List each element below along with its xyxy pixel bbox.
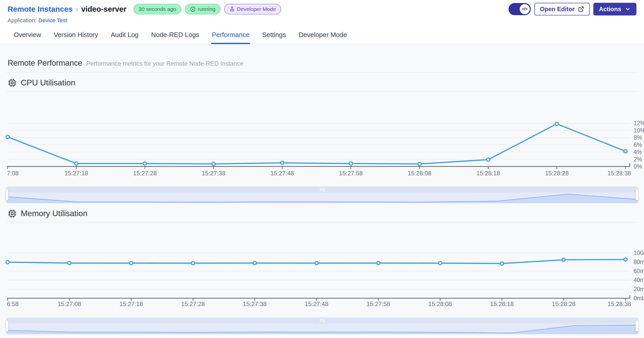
cpu-section-label: CPU Utilisation	[21, 78, 75, 87]
brush-grip[interactable]	[320, 188, 324, 191]
svg-text:15:28:28: 15:28:28	[552, 301, 575, 307]
brush-handle-left[interactable]	[5, 320, 9, 332]
cpu-chip-icon	[8, 78, 17, 87]
svg-text:15:27:58: 15:27:58	[366, 301, 390, 307]
page-title: Remote Performance	[8, 59, 82, 68]
brush-grip[interactable]	[320, 319, 324, 322]
svg-text:80mb: 80mb	[634, 259, 644, 265]
page-subtitle: Performance metrics for your Remote Node…	[86, 60, 243, 67]
svg-text:0mb: 0mb	[634, 295, 644, 302]
svg-text:15:27:58: 15:27:58	[339, 170, 363, 177]
brush-handle-right[interactable]	[635, 320, 639, 332]
divider	[6, 72, 638, 72]
svg-text:6:58: 6:58	[7, 301, 19, 307]
cpu-utilisation-chart: 0%2%4%6%8%10%12%7:0815:27:1815:27:2815:2…	[6, 92, 644, 178]
actions-button[interactable]: Actions	[593, 3, 636, 15]
last-seen-badge: 30 seconds ago	[133, 4, 181, 14]
svg-text:15:28:08: 15:28:08	[428, 301, 452, 307]
running-status-badge: running	[185, 4, 221, 14]
memory-chart-brush[interactable]	[6, 317, 638, 334]
svg-text:20mb: 20mb	[634, 286, 644, 292]
memory-section-label: Memory Utilisation	[21, 209, 87, 218]
svg-text:15:27:48: 15:27:48	[270, 170, 294, 177]
tab-node-red-logs[interactable]: Node-RED Logs	[151, 27, 200, 44]
breadcrumb-separator: ›	[76, 5, 78, 13]
svg-text:15:28:38: 15:28:38	[608, 301, 631, 307]
svg-text:15:28:08: 15:28:08	[408, 170, 431, 177]
cpu-section-title: CPU Utilisation	[8, 78, 636, 87]
developer-mode-badge: Developer Mode	[224, 4, 281, 14]
brush-handle-left[interactable]	[5, 189, 9, 201]
svg-text:15:28:28: 15:28:28	[545, 170, 569, 177]
tab-settings[interactable]: Settings	[262, 27, 286, 44]
svg-text:15:27:18: 15:27:18	[64, 170, 88, 177]
svg-text:15:27:48: 15:27:48	[305, 301, 328, 307]
memory-chip-icon	[8, 209, 17, 218]
play-circle-icon	[190, 6, 196, 12]
tab-bar: Overview Version History Audit Log Node-…	[0, 27, 644, 44]
tab-audit-log[interactable]: Audit Log	[110, 27, 139, 44]
flask-icon	[229, 6, 235, 12]
cpu-chart-brush[interactable]	[6, 186, 638, 203]
svg-text:15:28:38: 15:28:38	[608, 170, 631, 177]
last-seen-label: 30 seconds ago	[139, 6, 176, 12]
svg-text:6%: 6%	[634, 142, 642, 148]
memory-section-title: Memory Utilisation	[8, 209, 636, 218]
tab-overview[interactable]: Overview	[13, 27, 42, 44]
svg-text:8%: 8%	[634, 134, 642, 141]
tab-performance[interactable]: Performance	[211, 27, 250, 44]
external-link-icon	[578, 6, 584, 12]
page-header: Remote Instances › video-server 30 secon…	[0, 0, 644, 24]
actions-label: Actions	[599, 6, 621, 13]
code-icon: </>	[520, 4, 530, 14]
application-label: Application:	[8, 17, 36, 24]
developer-mode-label: Developer Mode	[237, 6, 276, 12]
developer-mode-toggle[interactable]: </>	[509, 3, 531, 15]
svg-text:100mb: 100mb	[634, 250, 644, 256]
tab-version-history[interactable]: Version History	[53, 27, 99, 44]
breadcrumb-instance-name: video-server	[81, 5, 126, 13]
running-label: running	[198, 6, 216, 12]
svg-text:40mb: 40mb	[634, 277, 644, 283]
performance-panel: Remote Performance Performance metrics f…	[0, 44, 644, 337]
chevron-down-icon	[625, 6, 631, 12]
svg-text:15:27:08: 15:27:08	[57, 301, 81, 307]
memory-utilisation-chart: 0mb20mb40mb60mb80mb100mb6:5815:27:0815:2…	[6, 222, 644, 307]
svg-text:10%: 10%	[634, 127, 644, 134]
svg-text:0%: 0%	[634, 163, 642, 170]
svg-text:2%: 2%	[634, 156, 642, 163]
status-badges: 30 seconds ago running Developer Mode	[133, 4, 281, 14]
svg-text:15:27:28: 15:27:28	[133, 170, 157, 177]
svg-text:15:27:28: 15:27:28	[181, 301, 205, 307]
svg-text:15:28:18: 15:28:18	[490, 301, 514, 307]
svg-text:60mb: 60mb	[634, 268, 644, 274]
svg-text:15:28:18: 15:28:18	[476, 170, 500, 177]
open-editor-label: Open Editor	[540, 6, 575, 13]
svg-text:15:27:38: 15:27:38	[202, 170, 225, 177]
breadcrumb-remote-instances[interactable]: Remote Instances	[8, 5, 73, 13]
svg-text:15:27:18: 15:27:18	[119, 301, 143, 307]
svg-text:7:08: 7:08	[7, 170, 19, 177]
application-link[interactable]: Device Test	[38, 17, 67, 24]
open-editor-button[interactable]: Open Editor	[534, 3, 590, 15]
svg-text:4%: 4%	[634, 149, 642, 155]
brush-handle-right[interactable]	[635, 189, 639, 201]
svg-text:12%: 12%	[634, 120, 644, 126]
svg-text:15:27:38: 15:27:38	[243, 301, 266, 307]
tab-developer-mode[interactable]: Developer Mode	[298, 27, 347, 44]
